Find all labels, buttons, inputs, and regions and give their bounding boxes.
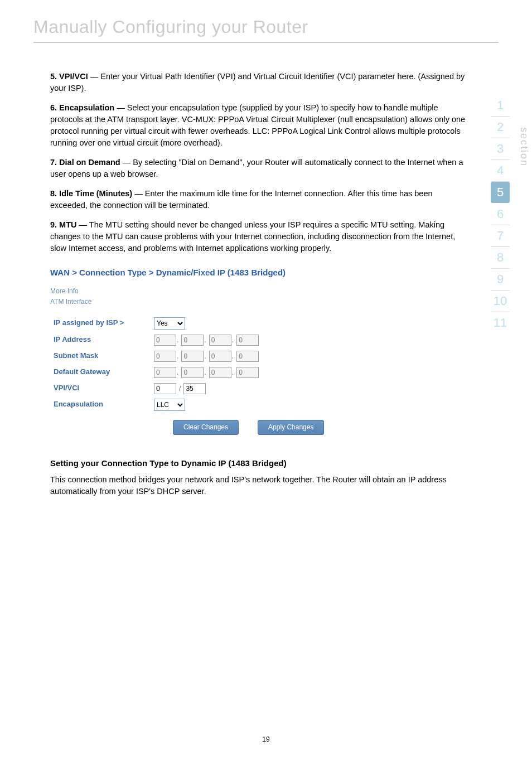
item-label: 9. MTU	[50, 220, 77, 229]
setting-paragraph: This connection method bridges your netw…	[50, 474, 471, 497]
dot-icon: .	[176, 352, 179, 360]
slash-separator: /	[178, 385, 181, 393]
dot-icon: .	[204, 352, 206, 360]
label-encap: Encapsulation	[50, 396, 151, 413]
item-label: 6. Encapsulation	[50, 103, 114, 112]
apply-changes-button[interactable]: Apply Changes	[258, 420, 324, 435]
ip-assigned-select[interactable]: Yes	[154, 317, 185, 330]
section-label: section	[518, 127, 530, 167]
dot-icon: .	[231, 352, 234, 360]
sm-octet-2[interactable]	[181, 351, 204, 362]
button-row: Clear Changes Apply Changes	[173, 420, 471, 435]
ip-octet-4[interactable]	[236, 335, 259, 346]
wan-breadcrumb: WAN > Connection Type > Dynamic/Fixed IP…	[50, 267, 471, 279]
nav-3[interactable]: 3	[491, 138, 510, 160]
list-item: 8. Idle Time (Minutes) — Enter the maxim…	[50, 188, 471, 211]
item-label: 8. Idle Time (Minutes)	[50, 189, 132, 198]
clear-changes-button[interactable]: Clear Changes	[173, 420, 239, 435]
list-item: 9. MTU — The MTU setting should never be…	[50, 219, 471, 254]
dot-icon: .	[176, 336, 179, 344]
dot-icon: .	[231, 369, 234, 376]
item-label: 7. Dial on Demand	[50, 158, 120, 167]
nav-10[interactable]: 10	[491, 291, 510, 312]
page-title: Manually Configuring your Router	[0, 0, 532, 42]
atm-interface-link[interactable]: ATM Interface	[50, 297, 471, 307]
setting-heading: Setting your Connection Type to Dynamic …	[50, 457, 471, 469]
ip-octet-2[interactable]	[181, 335, 204, 346]
wan-form: IP assigned by ISP > Yes IP Address . . …	[50, 315, 262, 413]
nav-1[interactable]: 1	[491, 95, 510, 117]
item-text: — Enter your Virtual Path Identifier (VP…	[50, 72, 465, 93]
vci-input[interactable]	[183, 383, 206, 394]
nav-5[interactable]: 5	[491, 182, 510, 203]
label-gateway: Default Gateway	[50, 364, 151, 380]
gw-octet-4[interactable]	[236, 367, 259, 378]
dot-icon: .	[176, 369, 179, 376]
nav-6[interactable]: 6	[491, 204, 510, 225]
content-area: 5. VPI/VCI — Enter your Virtual Path Ide…	[0, 43, 532, 497]
page-number: 19	[0, 735, 532, 743]
sm-octet-1[interactable]	[154, 351, 176, 362]
list-item: 5. VPI/VCI — Enter your Virtual Path Ide…	[50, 71, 471, 94]
nav-4[interactable]: 4	[491, 160, 510, 182]
ip-octet-3[interactable]	[209, 335, 231, 346]
dot-icon: .	[231, 336, 234, 344]
label-ip-assigned: IP assigned by ISP >	[50, 315, 151, 332]
nav-8[interactable]: 8	[491, 247, 510, 269]
label-vpivci: VPI/VCI	[50, 380, 151, 396]
ip-octet-1[interactable]	[154, 335, 176, 346]
list-item: 7. Dial on Demand — By selecting "Dial o…	[50, 157, 471, 180]
nav-9[interactable]: 9	[491, 269, 510, 291]
list-item: 6. Encapsulation — Select your encapsula…	[50, 102, 471, 149]
encapsulation-select[interactable]: LLC	[154, 399, 185, 411]
sm-octet-4[interactable]	[236, 351, 259, 362]
sm-octet-3[interactable]	[209, 351, 231, 362]
more-info-link[interactable]: More Info	[50, 287, 471, 296]
item-text: — The MTU setting should never be change…	[50, 220, 455, 253]
dot-icon: .	[204, 369, 206, 376]
gw-octet-1[interactable]	[154, 367, 176, 378]
nav-7[interactable]: 7	[491, 225, 510, 247]
gw-octet-3[interactable]	[209, 367, 231, 378]
gw-octet-2[interactable]	[181, 367, 204, 378]
dot-icon: .	[204, 336, 206, 344]
section-nav: 1 2 3 4 5 6 7 8 9 10 11	[484, 95, 516, 333]
label-subnet: Subnet Mask	[50, 348, 151, 364]
vpi-input[interactable]	[154, 383, 176, 394]
item-label: 5. VPI/VCI	[50, 72, 88, 81]
nav-2[interactable]: 2	[491, 117, 510, 138]
label-ip-address: IP Address	[50, 332, 151, 348]
nav-11[interactable]: 11	[491, 312, 510, 333]
